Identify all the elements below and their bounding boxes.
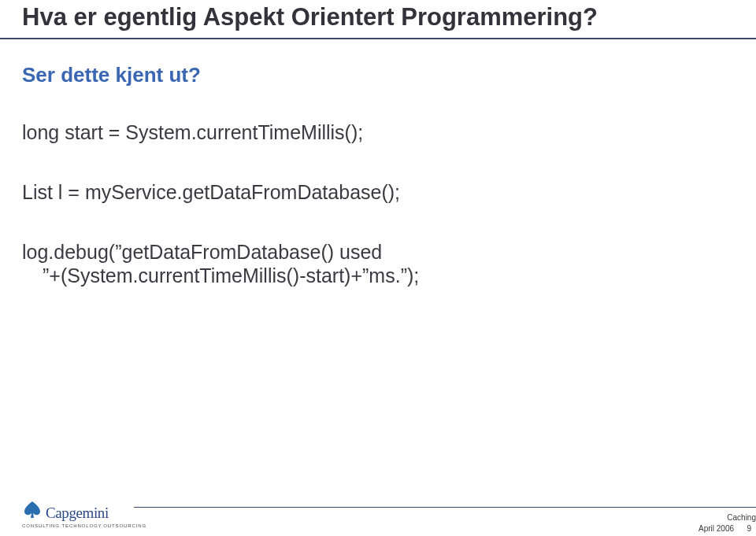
slide: Hva er egentlig Aspekt Orientert Program… <box>0 0 756 536</box>
code-line: log.debug(”getDataFromDatabase() used <box>22 241 382 264</box>
footer-rule <box>134 507 756 508</box>
code-line: List l = myService.getDataFromDatabase()… <box>22 181 400 204</box>
slide-title: Hva er egentlig Aspekt Orientert Program… <box>22 3 598 31</box>
spade-icon <box>22 500 43 520</box>
footer-date: April 2006 <box>699 524 734 533</box>
logo-tagline: CONSULTING.TECHNOLOGY.OUTSOURCING <box>22 523 146 528</box>
logo-text: Capgemini <box>46 505 109 522</box>
logo-main: Capgemini <box>22 500 146 522</box>
title-rule <box>0 38 756 39</box>
footer-topic: Caching <box>727 513 756 522</box>
code-line: long start = System.currentTimeMillis(); <box>22 121 363 144</box>
code-line: ”+(System.currentTimeMillis()-start)+”ms… <box>43 264 419 287</box>
slide-subtitle: Ser dette kjent ut? <box>22 63 201 87</box>
footer-page: 9 <box>747 524 751 533</box>
footer: Capgemini CONSULTING.TECHNOLOGY.OUTSOURC… <box>0 489 756 536</box>
logo: Capgemini CONSULTING.TECHNOLOGY.OUTSOURC… <box>22 500 146 528</box>
